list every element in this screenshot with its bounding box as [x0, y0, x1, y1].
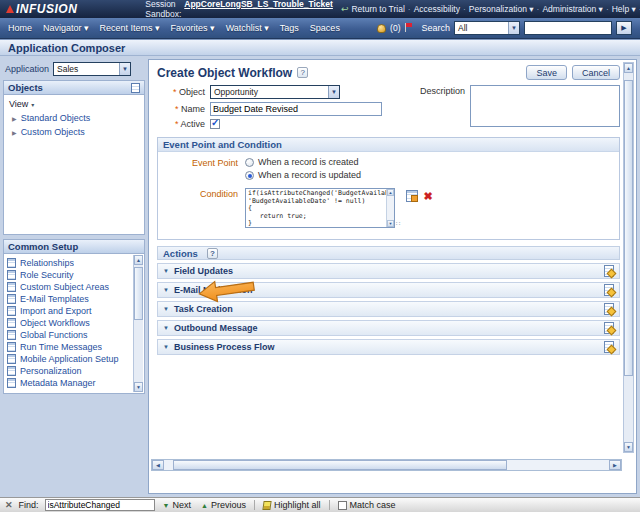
- nav-favorites[interactable]: Favorites ▾: [171, 23, 215, 33]
- sidebar-item-role-security[interactable]: Role Security: [7, 269, 131, 281]
- session-sandbox-link[interactable]: AppCoreLongSB_LS_Trouble_Ticket: [184, 0, 333, 19]
- expand-icon[interactable]: ▶: [12, 129, 17, 136]
- search-input[interactable]: [524, 21, 612, 35]
- nav-recent-items[interactable]: Recent Items ▾: [100, 23, 160, 33]
- close-icon[interactable]: ✕: [5, 500, 13, 510]
- sidebar-item-metadata-manager[interactable]: Metadata Manager: [7, 377, 131, 389]
- edit-page-icon[interactable]: [604, 265, 614, 277]
- save-button[interactable]: Save: [526, 65, 567, 80]
- find-previous-label: Previous: [211, 500, 246, 510]
- cancel-button[interactable]: Cancel: [572, 65, 620, 80]
- help-icon[interactable]: ?: [297, 67, 308, 78]
- name-field[interactable]: [210, 102, 382, 116]
- sidebar-item-mobile-application-setup[interactable]: Mobile Application Setup: [7, 353, 131, 365]
- scroll-down-icon[interactable]: ▼: [387, 220, 394, 227]
- radio-selected-icon[interactable]: [245, 171, 254, 180]
- horizontal-scrollbar[interactable]: ◀ ▶: [151, 459, 622, 471]
- link-personalization[interactable]: Personalization ▾: [463, 4, 534, 14]
- common-setup-panel-header[interactable]: Common Setup: [3, 239, 145, 254]
- edit-page-icon[interactable]: [604, 322, 614, 334]
- link-help[interactable]: Help ▾: [606, 4, 636, 14]
- edit-page-icon[interactable]: [604, 284, 614, 296]
- nav-spaces[interactable]: Spaces: [310, 23, 340, 33]
- link-return-to-trial[interactable]: Return to Trial: [351, 4, 404, 14]
- sidebar-item-custom-subject-areas[interactable]: Custom Subject Areas: [7, 281, 131, 293]
- flag-icon[interactable]: [404, 23, 413, 33]
- sidebar-item-personalization[interactable]: Personalization: [7, 365, 131, 377]
- scroll-up-icon[interactable]: ▲: [624, 63, 633, 73]
- active-checkbox[interactable]: [210, 119, 220, 129]
- match-case-toggle[interactable]: Match case: [336, 500, 398, 510]
- chevron-down-icon[interactable]: ▼: [163, 325, 169, 331]
- link-administration[interactable]: Administration ▾: [537, 4, 603, 14]
- find-next-button[interactable]: ▼ Next: [161, 500, 193, 510]
- match-case-checkbox[interactable]: [338, 501, 347, 510]
- scrollbar-track[interactable]: [134, 265, 143, 382]
- condition-scrollbar[interactable]: ▲ ▼: [386, 189, 394, 227]
- scroll-down-icon[interactable]: ▼: [624, 442, 633, 452]
- find-input[interactable]: [45, 499, 155, 511]
- nav-home[interactable]: Home: [8, 23, 32, 33]
- scrollbar-track[interactable]: [164, 460, 609, 470]
- highlight-all-button[interactable]: Highlight all: [261, 500, 323, 510]
- tree-item-custom-objects[interactable]: ▶ Custom Objects: [6, 125, 142, 139]
- condition-textarea[interactable]: if(isAttributeChanged('BudgetAvailableDa…: [245, 188, 395, 228]
- tree-item-standard-objects[interactable]: ▶ Standard Objects: [6, 111, 142, 125]
- action-row-business-process-flow[interactable]: ▼ Business Process Flow: [157, 339, 620, 355]
- radio-record-created[interactable]: When a record is created: [245, 157, 361, 167]
- objects-panel-header[interactable]: Objects: [3, 80, 145, 95]
- edit-page-icon[interactable]: [604, 341, 614, 353]
- chevron-down-icon[interactable]: ▼: [163, 287, 169, 293]
- scroll-left-icon[interactable]: ◀: [152, 460, 164, 470]
- nav-tags[interactable]: Tags: [280, 23, 299, 33]
- scroll-right-icon[interactable]: ▶: [609, 460, 621, 470]
- notifications-bell-icon[interactable]: [377, 24, 386, 33]
- find-previous-button[interactable]: ▲ Previous: [199, 500, 248, 510]
- search-go-button[interactable]: ▶: [616, 21, 632, 35]
- sidebar-item-email-templates[interactable]: E-Mail Templates: [7, 293, 131, 305]
- scrollbar-track[interactable]: [624, 73, 633, 442]
- scroll-up-icon[interactable]: ▲: [387, 189, 394, 196]
- action-row-task-creation[interactable]: ▼ Task Creation: [157, 301, 620, 317]
- sidebar-item-label: Run Time Messages: [20, 342, 102, 352]
- chevron-down-icon[interactable]: ▼: [163, 344, 169, 350]
- edit-page-icon[interactable]: [604, 303, 614, 315]
- radio-unselected-icon[interactable]: [245, 158, 254, 167]
- link-accessibility[interactable]: Accessibility: [408, 4, 460, 14]
- sidebar-item-relationships[interactable]: Relationships: [7, 257, 131, 269]
- sidebar-item-import-and-export[interactable]: Import and Export: [7, 305, 131, 317]
- scroll-down-icon[interactable]: ▼: [134, 382, 143, 392]
- sidebar-item-run-time-messages[interactable]: Run Time Messages: [7, 341, 131, 353]
- search-scope-select[interactable]: All ▼: [454, 21, 520, 35]
- action-row-field-updates[interactable]: ▼ Field Updates: [157, 263, 620, 279]
- chevron-down-icon[interactable]: ▼: [163, 306, 169, 312]
- description-field[interactable]: [470, 85, 620, 127]
- view-menu-button[interactable]: View ▾: [6, 97, 37, 111]
- vertical-scrollbar[interactable]: ▲ ▼: [623, 62, 634, 453]
- scroll-up-icon[interactable]: ▲: [134, 255, 143, 265]
- resize-handle-icon[interactable]: ∷: [396, 220, 400, 228]
- delete-condition-icon[interactable]: ✖: [423, 191, 432, 201]
- sidebar-scrollbar[interactable]: ▲ ▼: [133, 255, 143, 392]
- top-links: ↩ Return to Trial Accessibility Personal…: [341, 4, 640, 14]
- tree-item-label: Standard Objects: [21, 113, 91, 123]
- help-icon[interactable]: ?: [207, 248, 218, 259]
- new-object-icon[interactable]: [131, 83, 140, 93]
- expand-icon[interactable]: ▶: [12, 115, 17, 122]
- nav-watchlist[interactable]: Watchlist ▾: [226, 23, 269, 33]
- event-section-title: Event Point and Condition: [163, 139, 282, 150]
- chevron-down-icon[interactable]: ▼: [163, 268, 169, 274]
- action-row-email-notification[interactable]: ▼ E-Mail Notification: [157, 282, 620, 298]
- sidebar-item-global-functions[interactable]: Global Functions: [7, 329, 131, 341]
- object-select[interactable]: Opportunity ▼: [210, 85, 340, 99]
- edit-expression-icon[interactable]: [406, 190, 418, 202]
- scrollbar-thumb[interactable]: [134, 267, 143, 320]
- scrollbar-thumb[interactable]: [173, 460, 507, 470]
- nav-navigator[interactable]: Navigator ▾: [43, 23, 89, 33]
- sidebar-item-object-workflows[interactable]: Object Workflows: [7, 317, 131, 329]
- scrollbar-thumb[interactable]: [624, 80, 633, 375]
- header-buttons: Save Cancel: [526, 65, 620, 80]
- radio-record-updated[interactable]: When a record is updated: [245, 170, 361, 180]
- action-row-outbound-message[interactable]: ▼ Outbound Message: [157, 320, 620, 336]
- application-select[interactable]: Sales ▼: [53, 62, 131, 76]
